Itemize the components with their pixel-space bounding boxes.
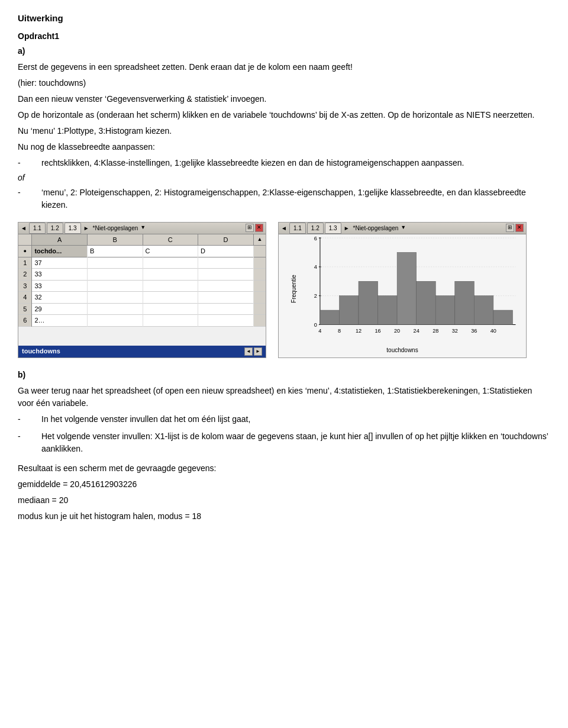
ss-data-row: 432 [18,292,266,304]
hist-nav-left: ◄ [281,224,287,233]
ss-footer: touchdowns ◄ ► [18,346,266,357]
ss-tab-1[interactable]: 1.1 [29,223,46,234]
svg-rect-17 [397,252,417,324]
svg-text:16: 16 [375,327,380,333]
ss-data-header-row: ● tochdo... B C D [18,246,266,257]
b-bullet2-content: Het volgende venster invullen: X1-lijst … [41,430,550,455]
svg-rect-18 [417,281,436,324]
page-title: Uitwerking [18,12,550,25]
ss-header-c: C [143,246,198,257]
hist-title: *Niet-opgeslagen [353,224,399,233]
ss-tab-2[interactable]: 1.2 [47,223,63,234]
ss-col-empty [18,234,32,246]
svg-rect-16 [378,295,398,324]
ss-data-row: 233 [18,269,266,281]
spreadsheet-widget: ◄ 1.1 1.2 1.3 ► *Niet-opgeslagen ▼ ⊞ ✕ [18,222,266,358]
ss-header-scroll [253,246,266,257]
line-5: Nu ‘menu’ 1:Plottype, 3:Histogram kiezen… [18,125,550,137]
svg-text:8: 8 [338,327,341,333]
line-2: (hier: touchdowns) [18,77,550,89]
bullet2-content: ‘menu’, 2: Ploteigenschappen, 2: Histogr… [41,186,550,211]
bullet1-content: rechtsklikken, 4:Klasse-instellingen, 1:… [41,157,550,169]
of-marker: of [18,172,550,184]
ss-dot: ● [18,246,32,257]
hist-tab-1[interactable]: 1.1 [289,223,306,234]
ss-close-btn[interactable]: ✕ [255,224,263,232]
part-a-label: a) [18,45,550,57]
ss-nav-left: ◄ [21,224,27,233]
svg-rect-15 [359,281,378,324]
svg-text:20: 20 [394,327,400,333]
hist-titlebar: ◄ 1.1 1.2 1.3 ► *Niet-opgeslagen ▼ ⊞ ✕ [279,223,526,234]
svg-rect-14 [339,295,359,324]
b-bullet1-content: In het volgende venster invullen dat het… [41,413,550,426]
ss-col-b: B [87,234,143,246]
hist-chart-container: Frequentie 0 2 4 6 [279,234,526,356]
images-row: ◄ 1.1 1.2 1.3 ► *Niet-opgeslagen ▼ ⊞ ✕ [18,222,550,358]
hist-tab-3[interactable]: 1.3 [325,223,341,234]
line-4: Op de horizontale as (onderaan het scher… [18,109,550,121]
ss-col-d: D [198,234,254,246]
svg-text:2: 2 [314,292,317,298]
ss-tab-3[interactable]: 1.3 [64,223,81,234]
ss-col-header-row: A B C D ▲ [18,234,266,246]
ss-header-b: B [87,246,143,257]
ss-title: *Niet-opgeslagen [93,224,138,233]
svg-rect-21 [474,295,493,324]
line-1: Eerst de gegevens in een spreadsheet zet… [18,61,550,73]
ss-data-row: 529 [18,303,266,315]
section-opdracht1: Opdracht1 a) Eerst de gegevens in een sp… [18,30,550,211]
svg-rect-19 [435,295,455,324]
ss-btn-1[interactable]: ⊞ [246,224,254,232]
result-intro: Resultaat is een scherm met de gevraagde… [18,462,550,475]
hist-tab-2[interactable]: 1.2 [307,223,324,234]
hist-dropdown[interactable]: ▼ [401,224,406,232]
section-b: b) Ga weer terug naar het spreadsheet (o… [18,369,550,523]
ss-arrow-right[interactable]: ► [254,347,262,356]
result-mediaan: mediaan = 20 [18,494,550,507]
svg-text:32: 32 [452,327,458,333]
hist-x-label: touchdowns [386,346,418,355]
ss-nav-right: ► [83,224,89,233]
b-bullet-2: - Het volgende venster invullen: X1-lijs… [18,430,550,455]
svg-text:6: 6 [314,236,317,241]
svg-text:12: 12 [356,327,362,333]
svg-rect-13 [320,310,340,324]
svg-text:36: 36 [471,327,477,333]
bullet-row-1: - rechtsklikken, 4:Klasse-instellingen, … [18,157,550,169]
ss-header-d: D [198,246,254,257]
ss-footer-label: touchdowns [22,346,60,356]
b-bullet1-dash: - [18,413,41,426]
ss-data-row: 62… [18,315,266,327]
histogram-widget: ◄ 1.1 1.2 1.3 ► *Niet-opgeslagen ▼ ⊞ ✕ F… [278,222,527,358]
ss-grid: A B C D ▲ ● tochdo... B C D 137233333432… [18,234,266,327]
bullet2-dash: - [18,186,41,211]
svg-rect-22 [493,310,513,324]
ss-col-c: C [143,234,198,246]
ss-col-scroll: ▲ [253,234,266,246]
ss-dropdown[interactable]: ▼ [140,224,146,232]
svg-rect-20 [455,281,475,324]
ss-arrow-left[interactable]: ◄ [244,347,253,356]
ss-row-header: tochdo... [32,246,88,257]
result-modus: modus kun je uit het histogram halen, mo… [18,510,550,523]
svg-text:40: 40 [490,327,496,333]
part-b-label: b) [18,369,550,381]
hist-y-label: Frequentie [289,275,298,303]
hist-svg: 0 2 4 6 [298,237,523,343]
b-bullet-1: - In het volgende venster invullen dat h… [18,413,550,426]
svg-text:24: 24 [414,327,419,333]
bullet-row-2: - ‘menu’, 2: Ploteigenschappen, 2: Histo… [18,186,550,211]
result-gemiddelde: gemiddelde = 20,451612903226 [18,478,550,491]
hist-btn-1[interactable]: ⊞ [506,224,514,232]
ss-titlebar: ◄ 1.1 1.2 1.3 ► *Niet-opgeslagen ▼ ⊞ ✕ [18,223,266,234]
ss-data-row: 333 [18,280,266,292]
ss-col-a: A [32,234,88,246]
svg-text:4: 4 [314,263,317,269]
line-3: Dan een nieuw venster ‘Gegevensverwerkin… [18,93,550,105]
svg-text:4: 4 [318,327,321,333]
hist-nav-right: ► [344,224,350,233]
line-6: Nu nog de klassebreedte aanpassen: [18,141,550,153]
hist-close-btn[interactable]: ✕ [515,224,524,232]
b-bullet2-dash: - [18,430,41,455]
